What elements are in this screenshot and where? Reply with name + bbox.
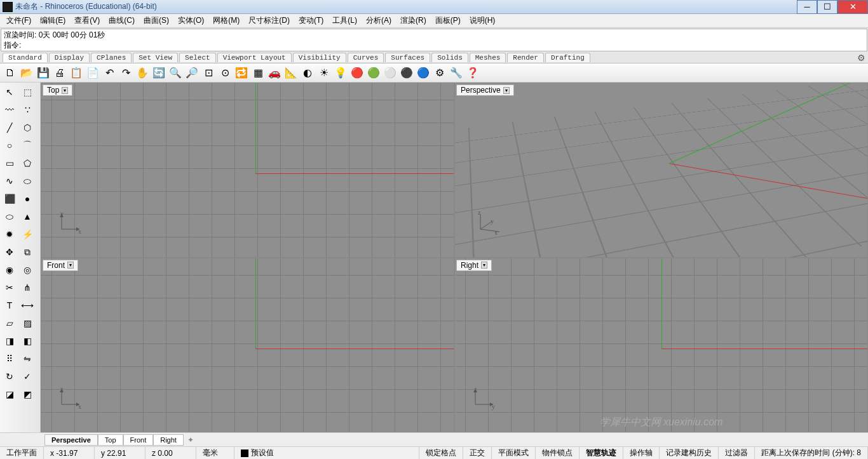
viewport-label-right[interactable]: Right▾ xyxy=(456,260,492,271)
menu-变动(T)[interactable]: 变动(T) xyxy=(295,14,327,27)
dim-left-icon[interactable]: ⟷ xyxy=(19,297,36,314)
scale-icon[interactable]: ✓ xyxy=(19,368,36,385)
status-preset[interactable]: 预设值 xyxy=(234,447,419,459)
print-icon[interactable]: 🖨 xyxy=(52,65,67,81)
menu-编辑(E)[interactable]: 编辑(E) xyxy=(36,14,69,27)
layers-icon[interactable]: ☀ xyxy=(316,65,332,81)
cylinder-icon[interactable]: ⬭ xyxy=(1,208,18,225)
group-icon[interactable]: ◪ xyxy=(1,386,18,402)
surface-icon[interactable]: ▱ xyxy=(1,315,18,331)
status-planar[interactable]: 平面模式 xyxy=(492,447,536,459)
pan-icon[interactable]: ✋ xyxy=(135,65,150,81)
options-icon[interactable]: ⚙ xyxy=(432,65,447,81)
status-units[interactable]: 毫米 xyxy=(196,447,234,459)
status-filter[interactable]: 过滤器 xyxy=(719,447,755,459)
split-icon[interactable]: ⋔ xyxy=(19,279,36,296)
zoom-win-icon[interactable]: 🔎 xyxy=(184,65,200,81)
hide-icon[interactable]: 💡 xyxy=(333,65,348,81)
status-history[interactable]: 记录建构历史 xyxy=(660,447,719,459)
tab-display[interactable]: Display xyxy=(49,53,90,62)
menu-曲面(S)[interactable]: 曲面(S) xyxy=(140,14,173,27)
box-icon[interactable]: ⬛ xyxy=(1,190,18,207)
menu-尺寸标注(D)[interactable]: 尺寸标注(D) xyxy=(245,14,294,27)
render-icon[interactable]: 🔴 xyxy=(349,65,365,81)
dim-icon[interactable]: 📐 xyxy=(283,65,299,81)
status-smarttrack[interactable]: 智慧轨迹 xyxy=(580,447,623,459)
copy-obj-icon[interactable]: ⧉ xyxy=(19,244,36,260)
open-icon[interactable]: 📂 xyxy=(19,65,34,81)
menu-实体(O)[interactable]: 实体(O) xyxy=(174,14,208,27)
rect-icon[interactable]: ▭ xyxy=(1,155,18,171)
viewport-right[interactable]: Right▾ z y 学犀牛中文网 xuexiniu.com xyxy=(455,258,867,432)
properties-icon[interactable]: 🔧 xyxy=(449,65,464,81)
viewport-top[interactable]: Top▾ x y xyxy=(41,83,454,257)
menu-文件(F)[interactable]: 文件(F) xyxy=(3,14,35,27)
copy-icon[interactable]: 📋 xyxy=(69,65,84,81)
trim-icon[interactable]: ✂ xyxy=(1,279,18,296)
text-icon[interactable]: T xyxy=(1,297,18,314)
circle-icon[interactable]: ○ xyxy=(1,137,18,154)
menu-面板(P)[interactable]: 面板(P) xyxy=(431,14,465,27)
tab-viewport-layout[interactable]: Viewport Layout xyxy=(217,53,292,62)
close-button[interactable]: ✕ xyxy=(837,0,868,14)
array-icon[interactable]: ⠿ xyxy=(1,350,18,367)
tab-visibility[interactable]: Visibility xyxy=(293,53,346,62)
save-icon[interactable]: 💾 xyxy=(36,65,51,81)
boolean2-icon[interactable]: ◎ xyxy=(19,262,36,278)
extrude-icon[interactable]: ◨ xyxy=(1,333,18,349)
dropdown-icon[interactable]: ▾ xyxy=(503,87,510,94)
lasso-icon[interactable]: ⬚ xyxy=(19,84,36,100)
tab-drafting[interactable]: Drafting xyxy=(545,53,590,62)
dropdown-icon[interactable]: ▾ xyxy=(67,262,74,269)
tab-meshes[interactable]: Meshes xyxy=(470,53,506,62)
menu-工具(L)[interactable]: 工具(L) xyxy=(329,14,361,27)
polyline-icon[interactable]: ⬡ xyxy=(19,119,36,136)
tab-standard[interactable]: Standard xyxy=(3,53,48,62)
rotate-obj-icon[interactable]: ↻ xyxy=(1,368,18,385)
view-tab-front[interactable]: Front xyxy=(123,434,154,446)
point-icon[interactable]: 〰 xyxy=(1,102,18,118)
join-icon[interactable]: ⚡ xyxy=(19,226,36,243)
ungroup-icon[interactable]: ◩ xyxy=(19,386,36,402)
undo-icon[interactable]: ↶ xyxy=(102,65,117,81)
view-tab-right[interactable]: Right xyxy=(153,434,184,446)
tab-cplanes[interactable]: CPlanes xyxy=(91,53,132,62)
tab-select[interactable]: Select xyxy=(179,53,216,62)
status-cplane[interactable]: 工作平面 xyxy=(0,447,44,459)
move-icon[interactable]: ✥ xyxy=(1,244,18,260)
status-ortho[interactable]: 正交 xyxy=(463,447,492,459)
maximize-button[interactable]: ☐ xyxy=(817,0,837,14)
menu-曲线(C)[interactable]: 曲线(C) xyxy=(105,14,139,27)
loft-icon[interactable]: ◧ xyxy=(19,333,36,349)
explode-icon[interactable]: ✹ xyxy=(1,226,18,243)
car-icon[interactable]: 🚗 xyxy=(267,65,282,81)
viewport-front[interactable]: Front▾ z x xyxy=(41,258,454,432)
add-view-tab[interactable]: ✦ xyxy=(184,434,198,446)
material-icon[interactable]: 🟢 xyxy=(366,65,381,81)
menu-说明(H)[interactable]: 说明(H) xyxy=(466,14,499,27)
viewport-label-top[interactable]: Top▾ xyxy=(43,84,72,96)
line-icon[interactable]: ╱ xyxy=(1,119,18,136)
tab-curves[interactable]: Curves xyxy=(348,53,384,62)
polygon-icon[interactable]: ⬠ xyxy=(19,155,36,171)
new-icon[interactable]: 🗋 xyxy=(3,65,18,81)
menu-渲染(R)[interactable]: 渲染(R) xyxy=(397,14,430,27)
dropdown-icon[interactable]: ▾ xyxy=(62,87,68,94)
zoom-sel-icon[interactable]: ⊙ xyxy=(217,65,233,81)
menu-查看(V)[interactable]: 查看(V) xyxy=(71,14,104,27)
mirror-icon[interactable]: ⇋ xyxy=(19,350,36,367)
tab-set-view[interactable]: Set View xyxy=(133,53,178,62)
curve-icon[interactable]: ∿ xyxy=(1,173,18,189)
ellipse-icon[interactable]: ⬭ xyxy=(19,173,36,189)
minimize-button[interactable]: ─ xyxy=(797,0,817,14)
menu-分析(A)[interactable]: 分析(A) xyxy=(362,14,395,27)
dropdown-icon[interactable]: ▾ xyxy=(481,262,487,269)
status-gridsnap[interactable]: 锁定格点 xyxy=(419,447,463,459)
tab-surfaces[interactable]: Surfaces xyxy=(385,53,430,62)
sphere-gray-icon[interactable]: ⚪ xyxy=(383,65,398,81)
pointer-icon[interactable]: ↖ xyxy=(1,84,18,100)
boolean-icon[interactable]: ◉ xyxy=(1,262,18,278)
sphere-chrome-icon[interactable]: ⚫ xyxy=(399,65,414,81)
cplane-icon[interactable]: ▦ xyxy=(250,65,266,81)
zoom-ext-icon[interactable]: ⊡ xyxy=(201,65,216,81)
